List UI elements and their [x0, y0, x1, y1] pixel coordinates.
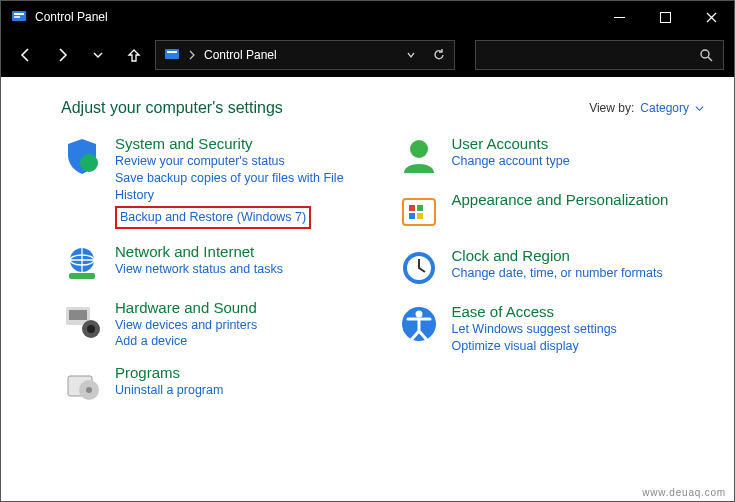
header-row: Adjust your computer's settings View by:…	[61, 99, 704, 117]
recent-locations-button[interactable]	[83, 40, 113, 70]
task-link[interactable]: Optimize visual display	[452, 338, 705, 355]
task-link[interactable]: Uninstall a program	[115, 382, 368, 399]
svg-point-18	[86, 387, 92, 393]
maximize-button[interactable]	[642, 1, 688, 33]
back-button[interactable]	[11, 40, 41, 70]
breadcrumb[interactable]: Control Panel	[204, 48, 398, 62]
address-separator-icon	[188, 50, 196, 60]
task-link[interactable]: Change account type	[452, 153, 705, 170]
task-link[interactable]: Add a device	[115, 333, 368, 350]
svg-rect-13	[69, 310, 87, 320]
chevron-down-icon[interactable]	[406, 50, 416, 60]
category-heading[interactable]: System and Security	[115, 135, 368, 152]
task-link[interactable]: Review your computer's status	[115, 153, 368, 170]
svg-rect-5	[165, 49, 179, 59]
svg-rect-4	[660, 12, 670, 22]
category-appearance-and-personalization: Appearance and Personalization	[398, 191, 705, 233]
category-body: Network and InternetView network status …	[115, 243, 368, 285]
task-link[interactable]: Backup and Restore (Windows 7)	[120, 209, 306, 226]
category-ease-of-access: Ease of AccessLet Windows suggest settin…	[398, 303, 705, 355]
network-and-internet-icon	[61, 243, 103, 285]
svg-rect-23	[409, 213, 415, 219]
close-button[interactable]	[688, 1, 734, 33]
search-input[interactable]	[475, 40, 724, 70]
ease-of-access-icon	[398, 303, 440, 345]
svg-rect-22	[417, 205, 423, 211]
right-column: User AccountsChange account typeAppearan…	[398, 135, 705, 420]
app-icon	[11, 9, 27, 25]
refresh-button[interactable]	[432, 48, 446, 62]
svg-point-28	[415, 311, 422, 318]
clock-and-region-icon	[398, 247, 440, 289]
programs-icon	[61, 364, 103, 406]
chevron-down-icon[interactable]	[695, 104, 704, 113]
category-heading[interactable]: Hardware and Sound	[115, 299, 368, 316]
system-and-security-icon	[61, 135, 103, 177]
task-link[interactable]: View network status and tasks	[115, 261, 368, 278]
svg-point-19	[410, 140, 428, 158]
page-title: Adjust your computer's settings	[61, 99, 283, 117]
viewby-value[interactable]: Category	[640, 101, 689, 115]
category-network-and-internet: Network and InternetView network status …	[61, 243, 368, 285]
task-link[interactable]: Save backup copies of your files with Fi…	[115, 170, 368, 204]
svg-point-15	[87, 325, 95, 333]
svg-rect-24	[417, 213, 423, 219]
search-icon	[699, 48, 713, 62]
category-body: Ease of AccessLet Windows suggest settin…	[452, 303, 705, 355]
user-accounts-icon	[398, 135, 440, 177]
titlebar: Control Panel	[1, 1, 734, 33]
category-heading[interactable]: Clock and Region	[452, 247, 705, 264]
window-title: Control Panel	[35, 10, 596, 24]
category-heading[interactable]: Network and Internet	[115, 243, 368, 260]
minimize-button[interactable]	[596, 1, 642, 33]
left-column: System and SecurityReview your computer'…	[61, 135, 368, 420]
svg-point-8	[80, 154, 98, 172]
navigation-bar: Control Panel	[1, 33, 734, 77]
category-heading[interactable]: Programs	[115, 364, 368, 381]
category-body: ProgramsUninstall a program	[115, 364, 368, 406]
category-system-and-security: System and SecurityReview your computer'…	[61, 135, 368, 229]
svg-rect-3	[614, 17, 625, 18]
category-programs: ProgramsUninstall a program	[61, 364, 368, 406]
category-body: System and SecurityReview your computer'…	[115, 135, 368, 229]
highlighted-task: Backup and Restore (Windows 7)	[115, 206, 311, 229]
category-heading[interactable]: User Accounts	[452, 135, 705, 152]
watermark: www.deuaq.com	[642, 487, 726, 498]
view-by: View by: Category	[589, 101, 704, 115]
svg-rect-1	[14, 13, 24, 15]
address-icon	[164, 47, 180, 63]
content-area: Adjust your computer's settings View by:…	[1, 77, 734, 420]
window-buttons	[596, 1, 734, 33]
category-user-accounts: User AccountsChange account type	[398, 135, 705, 177]
category-body: Hardware and SoundView devices and print…	[115, 299, 368, 351]
category-hardware-and-sound: Hardware and SoundView devices and print…	[61, 299, 368, 351]
svg-rect-2	[14, 16, 20, 18]
category-clock-and-region: Clock and RegionChange date, time, or nu…	[398, 247, 705, 289]
svg-rect-21	[409, 205, 415, 211]
category-heading[interactable]: Ease of Access	[452, 303, 705, 320]
viewby-label: View by:	[589, 101, 634, 115]
forward-button[interactable]	[47, 40, 77, 70]
category-body: User AccountsChange account type	[452, 135, 705, 177]
category-body: Clock and RegionChange date, time, or nu…	[452, 247, 705, 289]
svg-point-7	[701, 50, 709, 58]
svg-rect-6	[167, 51, 177, 53]
task-link[interactable]: View devices and printers	[115, 317, 368, 334]
category-body: Appearance and Personalization	[452, 191, 705, 233]
up-button[interactable]	[119, 40, 149, 70]
category-columns: System and SecurityReview your computer'…	[61, 135, 704, 420]
appearance-and-personalization-icon	[398, 191, 440, 233]
category-heading[interactable]: Appearance and Personalization	[452, 191, 705, 208]
address-bar[interactable]: Control Panel	[155, 40, 455, 70]
hardware-and-sound-icon	[61, 299, 103, 341]
svg-rect-20	[403, 199, 435, 225]
task-link[interactable]: Let Windows suggest settings	[452, 321, 705, 338]
task-link[interactable]: Change date, time, or number formats	[452, 265, 705, 282]
svg-rect-11	[69, 273, 95, 279]
